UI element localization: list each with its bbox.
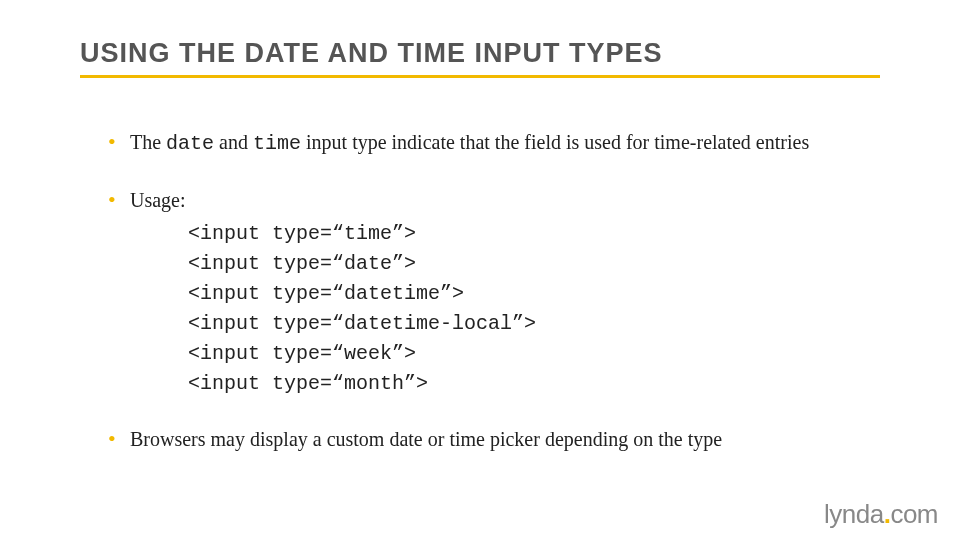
brand-tld: com [890, 499, 938, 529]
code-line-2: <input type=“date”> [188, 249, 880, 279]
slide-title: USING THE DATE AND TIME INPUT TYPES [80, 38, 880, 78]
brand-name: lynda [824, 499, 884, 529]
bullet-1-text-pre: The [130, 131, 166, 153]
bullet-1-code-time: time [253, 132, 301, 155]
bullet-3: Browsers may display a custom date or ti… [108, 425, 880, 454]
slide-content: The date and time input type indicate th… [80, 128, 880, 454]
bullet-1-code-date: date [166, 132, 214, 155]
slide: USING THE DATE AND TIME INPUT TYPES The … [0, 0, 960, 454]
code-block: <input type=“time”> <input type=“date”> … [130, 219, 880, 399]
bullet-1-text-post: input type indicate that the field is us… [301, 131, 809, 153]
code-line-3: <input type=“datetime”> [188, 279, 880, 309]
code-line-6: <input type=“month”> [188, 369, 880, 399]
code-line-1: <input type=“time”> [188, 219, 880, 249]
code-line-4: <input type=“datetime-local”> [188, 309, 880, 339]
bullet-1: The date and time input type indicate th… [108, 128, 880, 158]
bullet-1-text-mid: and [214, 131, 253, 153]
bullet-3-text: Browsers may display a custom date or ti… [130, 428, 722, 450]
bullet-2: Usage: <input type=“time”> <input type=“… [108, 186, 880, 399]
bullet-2-label: Usage: [130, 189, 186, 211]
brand-logo: lynda.com [824, 499, 938, 530]
code-line-5: <input type=“week”> [188, 339, 880, 369]
